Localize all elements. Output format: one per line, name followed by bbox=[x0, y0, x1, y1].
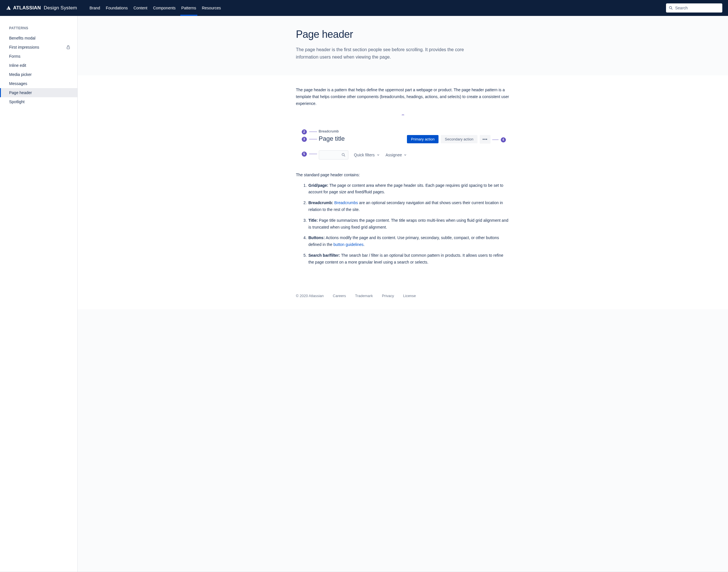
logo[interactable]: ATLASSIAN Design System bbox=[6, 5, 77, 11]
sidebar: PATTERNS Benefits modal First impression… bbox=[0, 16, 78, 572]
filter-label: Assignee bbox=[386, 153, 402, 157]
annotation-2: 2 bbox=[302, 129, 317, 135]
atlassian-logo-icon bbox=[6, 5, 11, 11]
nav-components[interactable]: Components bbox=[153, 1, 176, 15]
search-wrapper bbox=[666, 3, 722, 12]
sidebar-item-label: Page header bbox=[9, 90, 32, 95]
nav-brand[interactable]: Brand bbox=[89, 1, 100, 15]
sidebar-item-messages[interactable]: Messages bbox=[0, 79, 77, 88]
example-filter-row: Quick filters Assignee bbox=[319, 150, 501, 159]
button-guidelines-link[interactable]: button guidelines bbox=[333, 242, 363, 247]
anatomy-list: Grid/page: The page or content area wher… bbox=[296, 182, 510, 266]
example-breadcrumb: Breadcrumb bbox=[319, 129, 501, 133]
assignee-dropdown[interactable]: Assignee bbox=[386, 153, 407, 157]
breadcrumbs-link[interactable]: Breadcrumbs bbox=[334, 200, 358, 205]
footer-link-careers[interactable]: Careers bbox=[333, 294, 346, 298]
sidebar-item-benefits-modal[interactable]: Benefits modal bbox=[0, 33, 77, 43]
sidebar-item-forms[interactable]: Forms bbox=[0, 52, 77, 61]
sidebar-item-label: Messages bbox=[9, 81, 27, 86]
anatomy-term: Grid/page: bbox=[309, 183, 328, 188]
anatomy-term: Search bar/filter: bbox=[309, 253, 340, 258]
footer-link-privacy[interactable]: Privacy bbox=[382, 294, 394, 298]
anatomy-item-grid: Grid/page: The page or content area wher… bbox=[308, 182, 510, 196]
chevron-down-icon bbox=[403, 153, 407, 157]
annotation-4: 4 bbox=[492, 137, 506, 142]
annotation-number: 4 bbox=[501, 137, 506, 142]
nav-patterns[interactable]: Patterns bbox=[182, 1, 196, 15]
search-icon bbox=[341, 153, 346, 157]
svg-point-0 bbox=[669, 7, 672, 9]
annotation-number: 3 bbox=[302, 137, 307, 142]
sidebar-item-page-header[interactable]: Page header bbox=[0, 88, 77, 97]
example-search-input[interactable] bbox=[319, 150, 348, 159]
svg-line-1 bbox=[671, 8, 672, 9]
anatomy-text: . bbox=[363, 242, 365, 247]
anatomy-item-breadcrumb: Breadcrumb: Breadcrumbs are an optional … bbox=[308, 200, 510, 213]
sidebar-item-label: Media picker bbox=[9, 72, 31, 77]
anatomy-diagram: 1 2 Breadcrumb 3 bbox=[296, 115, 510, 163]
example-buttons: Primary action Secondary action ••• bbox=[407, 135, 490, 144]
quick-filters-dropdown[interactable]: Quick filters bbox=[354, 153, 380, 157]
hero-section: Page header The page header is the first… bbox=[78, 16, 728, 75]
page-title: Page header bbox=[296, 28, 510, 41]
svg-rect-2 bbox=[67, 47, 69, 49]
footer-link-license[interactable]: License bbox=[403, 294, 416, 298]
chevron-down-icon bbox=[377, 153, 380, 157]
annotation-line bbox=[309, 139, 317, 139]
annotation-3: 3 bbox=[302, 137, 317, 142]
top-navigation: ATLASSIAN Design System Brand Foundation… bbox=[0, 0, 728, 16]
sidebar-item-label: Forms bbox=[9, 54, 20, 59]
sidebar-item-inline-edit[interactable]: Inline edit bbox=[0, 61, 77, 70]
annotation-number: 2 bbox=[302, 129, 307, 135]
header-example: 2 Breadcrumb 3 Page title Primary acti bbox=[298, 115, 508, 163]
anatomy-item-title: Title: Page title summarizes the page co… bbox=[308, 217, 510, 231]
secondary-action-button[interactable]: Secondary action bbox=[441, 135, 477, 143]
anatomy-item-search: Search bar/filter: The search bar / filt… bbox=[308, 252, 510, 266]
sidebar-item-label: Benefits modal bbox=[9, 36, 36, 41]
primary-action-button[interactable]: Primary action bbox=[407, 135, 439, 143]
sidebar-item-media-picker[interactable]: Media picker bbox=[0, 70, 77, 79]
anatomy-item-buttons: Buttons: Actions modify the page and its… bbox=[308, 234, 510, 248]
page-description: The page header is the first section peo… bbox=[296, 46, 478, 61]
anatomy-text: Page title summarizes the page content. … bbox=[309, 218, 509, 229]
primary-nav: Brand Foundations Content Components Pat… bbox=[89, 1, 221, 15]
svg-line-4 bbox=[344, 155, 345, 156]
nav-content[interactable]: Content bbox=[133, 1, 147, 15]
anatomy-term: Buttons: bbox=[309, 235, 325, 240]
lock-icon bbox=[66, 45, 71, 50]
svg-point-3 bbox=[342, 153, 344, 155]
nav-resources[interactable]: Resources bbox=[202, 1, 221, 15]
anatomy-term: Breadcrumb: bbox=[309, 200, 333, 205]
footer-copyright: © 2020 Atlassian bbox=[296, 294, 324, 298]
more-actions-button[interactable]: ••• bbox=[480, 135, 490, 144]
nav-foundations[interactable]: Foundations bbox=[106, 1, 128, 15]
annotation-line bbox=[309, 154, 317, 154]
main-content: Page header The page header is the first… bbox=[78, 16, 728, 572]
anatomy-term: Title: bbox=[309, 218, 318, 223]
sidebar-item-first-impressions[interactable]: First impressions bbox=[0, 43, 77, 52]
logo-product-text: Design System bbox=[44, 5, 77, 11]
sidebar-item-label: Spotlight bbox=[9, 99, 24, 104]
annotation-5: 5 bbox=[302, 151, 317, 157]
annotation-line bbox=[492, 140, 499, 140]
sidebar-item-spotlight[interactable]: Spotlight bbox=[0, 97, 77, 106]
sidebar-item-label: First impressions bbox=[9, 45, 39, 50]
footer-link-trademark[interactable]: Trademark bbox=[355, 294, 373, 298]
annotation-line bbox=[309, 132, 317, 132]
sidebar-item-label: Inline edit bbox=[9, 63, 26, 68]
footer: © 2020 Atlassian Careers Trademark Priva… bbox=[78, 287, 728, 309]
anatomy-text: The page or content area where the page … bbox=[309, 183, 503, 195]
intro-paragraph: The page header is a pattern that helps … bbox=[296, 87, 510, 107]
logo-brand-text: ATLASSIAN bbox=[13, 5, 41, 11]
filter-label: Quick filters bbox=[354, 153, 375, 157]
sidebar-heading: PATTERNS bbox=[0, 26, 77, 33]
search-icon bbox=[669, 6, 673, 10]
annotation-number: 5 bbox=[302, 151, 307, 157]
list-intro: The standard page header contains: bbox=[296, 172, 510, 177]
search-input[interactable] bbox=[666, 3, 722, 12]
